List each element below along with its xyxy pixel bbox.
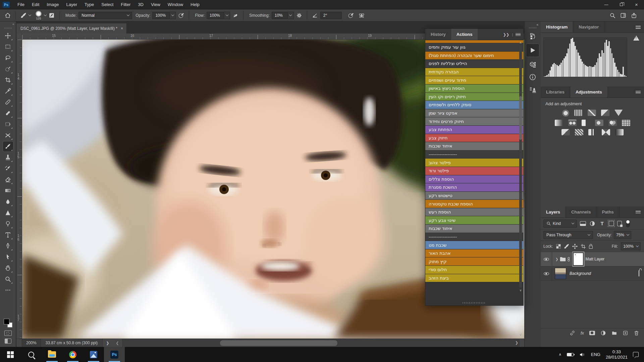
vibrance-adjustment-icon[interactable] xyxy=(614,110,623,116)
chevron-down-icon[interactable] xyxy=(170,12,176,19)
action-item[interactable] xyxy=(425,40,523,43)
scroll-up-icon[interactable]: ∧ xyxy=(519,41,523,44)
tab-history[interactable]: History xyxy=(425,29,451,40)
battery-icon[interactable] xyxy=(567,353,574,356)
group-expand-icon[interactable]: ❯ xyxy=(555,257,558,261)
taskbar-chrome-icon[interactable] xyxy=(62,347,83,362)
posterize-adjustment-icon[interactable] xyxy=(575,129,583,135)
new-adjustment-layer-icon[interactable] xyxy=(600,330,606,336)
hand-tool-icon[interactable] xyxy=(3,263,13,273)
document-close-icon[interactable]: × xyxy=(121,26,123,31)
menu-help[interactable]: Help xyxy=(187,0,203,9)
spot-healing-brush-tool-icon[interactable] xyxy=(3,97,13,107)
crop-tool-icon[interactable] xyxy=(3,75,13,85)
search-icon[interactable] xyxy=(608,11,617,20)
menu-view[interactable]: View xyxy=(147,0,164,9)
action-item[interactable]: איחוד שכבות xyxy=(425,225,523,233)
action-item[interactable]: ------------------ xyxy=(425,233,523,241)
scroll-thumb[interactable] xyxy=(519,96,522,140)
info-panel-icon[interactable] xyxy=(527,72,538,82)
chevron-down-icon[interactable] xyxy=(44,13,47,16)
background-lock-icon[interactable] xyxy=(639,270,639,277)
blur-tool-icon[interactable] xyxy=(3,197,13,207)
taskbar-search-icon[interactable] xyxy=(21,347,42,362)
action-item[interactable]: הבהרה נקודתית xyxy=(425,68,523,76)
photo-filter-adjustment-icon[interactable] xyxy=(595,120,603,126)
lasso-tool-icon[interactable] xyxy=(3,53,13,63)
status-expand-icon[interactable]: ❯ xyxy=(106,341,109,345)
action-center-icon[interactable] xyxy=(633,352,639,357)
filter-type-layers-icon[interactable]: T xyxy=(599,221,605,227)
tab-paths[interactable]: Paths xyxy=(596,206,619,218)
content-aware-move-tool-icon[interactable] xyxy=(3,130,13,140)
history-brush-tool-icon[interactable] xyxy=(3,164,13,174)
panel-grip[interactable] xyxy=(529,27,536,28)
clock[interactable]: 0:33 28/01/2021 xyxy=(606,349,628,360)
healing-brush-tool-icon[interactable] xyxy=(3,108,13,118)
color-lookup-adjustment-icon[interactable] xyxy=(622,120,630,126)
brush-angle-input[interactable]: 2° xyxy=(320,12,342,19)
layer-style-fx-icon[interactable]: fx xyxy=(581,330,584,336)
workspace-switcher-icon[interactable] xyxy=(619,11,628,20)
type-tool-icon[interactable] xyxy=(3,230,13,240)
layer-mask-thumbnail[interactable] xyxy=(573,253,583,265)
action-item[interactable]: שינוי צבע רקע xyxy=(425,216,523,225)
layer-row-matt-layer[interactable]: ❯ Matt Layer xyxy=(541,252,644,266)
action-item[interactable]: טישטוש רקע xyxy=(425,192,523,200)
histogram-warning-icon[interactable] xyxy=(633,36,639,41)
action-item[interactable]: פילטר ורוד xyxy=(425,167,523,175)
foreground-background-swatches[interactable] xyxy=(4,319,12,327)
taskbar-start-icon[interactable] xyxy=(0,347,21,362)
action-item[interactable]: חיזוק פרטים וחידוד xyxy=(425,117,523,126)
action-item[interactable]: חימום שער והבהרה (הפחתת סגול) xyxy=(425,52,523,60)
selective-color-adjustment-icon[interactable] xyxy=(615,129,624,135)
pen-tool-icon[interactable] xyxy=(3,241,13,251)
restore-button[interactable] xyxy=(614,0,629,9)
action-item[interactable]: קיץ מתוק xyxy=(425,257,523,266)
brush-settings-panel-toggle[interactable] xyxy=(47,11,56,20)
menu-layer[interactable]: Layer xyxy=(63,0,81,9)
layer-thumbnail[interactable] xyxy=(555,268,566,279)
lock-image-pixels-icon[interactable] xyxy=(564,244,569,249)
filter-adjustment-layers-icon[interactable] xyxy=(589,221,595,227)
curves-adjustment-icon[interactable] xyxy=(588,110,596,116)
lock-transparent-pixels-icon[interactable] xyxy=(556,244,561,249)
document-tab[interactable]: DSC_0961.JPG @ 200% (Matt Layer, Layer M… xyxy=(16,23,127,34)
pressure-opacity-icon[interactable] xyxy=(177,11,185,20)
add-layer-mask-icon[interactable] xyxy=(589,331,595,335)
screen-mode-button[interactable] xyxy=(5,339,11,344)
tray-expand-icon[interactable]: ∧ xyxy=(559,352,561,357)
paint-symmetry-icon[interactable] xyxy=(357,11,366,20)
menu-filter[interactable]: Filter xyxy=(117,0,134,9)
layer-filter-kind-select[interactable]: Kind xyxy=(543,220,577,228)
path-selection-tool-icon[interactable] xyxy=(3,252,13,262)
taskbar-explorer-icon[interactable] xyxy=(42,347,62,362)
menu-select[interactable]: Select xyxy=(98,0,117,9)
action-item[interactable]: חיזוק ריסים וקו העין xyxy=(425,93,523,101)
mask-link-icon[interactable] xyxy=(566,256,571,262)
sharpen-tool-icon[interactable] xyxy=(3,208,13,218)
speaker-icon[interactable] xyxy=(579,352,586,358)
toolbar-grip[interactable] xyxy=(4,27,12,29)
delete-layer-icon[interactable] xyxy=(634,330,639,336)
color-balance-adjustment-icon[interactable] xyxy=(568,120,577,126)
zoom-level-input[interactable]: 200% xyxy=(22,339,41,347)
smoothing-combo[interactable]: 10% xyxy=(272,12,294,19)
layer-opacity-combo[interactable]: 75% xyxy=(614,231,631,239)
filter-shape-layers-icon[interactable] xyxy=(609,221,614,226)
action-item[interactable]: שכבת מט xyxy=(425,241,523,249)
panel-menu-icon[interactable] xyxy=(636,26,641,29)
scroll-right-icon[interactable]: ❯ xyxy=(515,341,518,345)
brush-tool-preset-icon[interactable] xyxy=(19,11,28,20)
panel-resize-edge[interactable] xyxy=(425,300,523,305)
airbrush-icon[interactable] xyxy=(231,11,240,20)
clone-stamp-tool-icon[interactable] xyxy=(3,153,13,163)
levels-adjustment-icon[interactable] xyxy=(574,110,583,116)
action-item[interactable]: סומק ללחיים ולשפתיים xyxy=(425,101,523,109)
lock-position-icon[interactable] xyxy=(572,244,578,249)
quick-mask-button[interactable] xyxy=(4,330,12,336)
home-icon[interactable] xyxy=(3,11,12,20)
chevron-down-icon[interactable] xyxy=(29,13,31,16)
gradient-tool-icon[interactable] xyxy=(3,186,13,196)
menu-type[interactable]: Type xyxy=(81,0,98,9)
